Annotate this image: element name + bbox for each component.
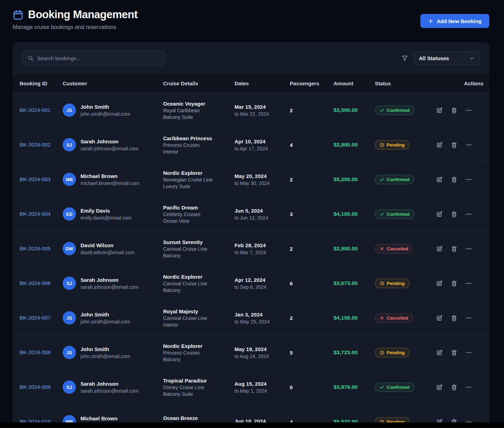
customer-email: emily.davis@email.com xyxy=(80,215,132,221)
edit-button[interactable] xyxy=(436,211,443,217)
table-body: BK-2024-001 JS John Smith john.smith@ema… xyxy=(13,93,489,428)
booking-id-link[interactable]: BK-2024-004 xyxy=(20,211,50,217)
edit-icon xyxy=(436,384,443,391)
more-actions-button[interactable] xyxy=(465,245,472,252)
table-row: BK-2024-005 DW David Wilson david.wilson… xyxy=(13,231,489,266)
date-start: Apr 10, 2024 xyxy=(234,138,290,144)
more-actions-button[interactable] xyxy=(465,107,472,114)
booking-id-link[interactable]: BK-2024-008 xyxy=(20,349,50,355)
date-start: Jun 5, 2024 xyxy=(234,208,290,214)
cabin-type: Interior xyxy=(163,149,234,155)
clock-icon xyxy=(380,143,384,147)
edit-button[interactable] xyxy=(436,176,443,183)
customer-name: David Wilson xyxy=(80,242,134,248)
date-start: Feb 28, 2024 xyxy=(234,242,290,248)
ellipsis-icon xyxy=(465,245,472,252)
booking-amount: $4,158.00 xyxy=(334,315,375,321)
search-input[interactable] xyxy=(37,55,160,61)
customer-email: sarah.johnson@email.com xyxy=(80,284,139,290)
booking-amount: $5,200.00 xyxy=(334,176,375,183)
cruise-ship-name: Nordic Explorer xyxy=(163,274,234,280)
booking-id-link[interactable]: BK-2024-002 xyxy=(20,142,50,148)
edit-icon xyxy=(436,176,443,183)
customer-email: sarah.johnson@email.com xyxy=(80,146,139,151)
filter-icon[interactable] xyxy=(401,55,408,62)
cruise-ship-name: Sunset Serenity xyxy=(163,239,234,245)
booking-amount: $3,979.00 xyxy=(334,384,375,390)
booking-id-link[interactable]: BK-2024-009 xyxy=(20,384,50,390)
avatar: JS xyxy=(63,104,76,117)
trash-icon xyxy=(451,280,457,287)
delete-button[interactable] xyxy=(451,280,457,287)
booking-id-link[interactable]: BK-2024-001 xyxy=(20,107,50,113)
passenger-count: 6 xyxy=(290,384,334,390)
passenger-count: 2 xyxy=(290,107,334,113)
status-badge: Cancelled xyxy=(375,313,413,323)
booking-id-link[interactable]: BK-2024-005 xyxy=(20,245,50,251)
cruise-line: Princess Cruises xyxy=(163,142,234,148)
ellipsis-icon xyxy=(465,211,472,217)
delete-button[interactable] xyxy=(451,315,457,321)
customer-name: Sarah Johnson xyxy=(80,277,139,283)
cruise-ship-name: Oceanic Voyager xyxy=(163,101,234,107)
more-actions-button[interactable] xyxy=(465,384,472,391)
delete-button[interactable] xyxy=(451,176,457,183)
delete-button[interactable] xyxy=(451,384,457,391)
delete-button[interactable] xyxy=(451,107,457,114)
booking-id-link[interactable]: BK-2024-006 xyxy=(20,280,50,286)
trash-icon xyxy=(451,384,457,391)
booking-amount: $3,673.00 xyxy=(334,280,375,286)
more-actions-button[interactable] xyxy=(465,280,472,287)
page-header: Booking Management Manage cruise booking… xyxy=(13,8,138,30)
edit-button[interactable] xyxy=(436,280,443,287)
cruise-ship-name: Pacific Dream xyxy=(163,205,234,211)
table-header-row: Booking ID Customer Cruise Details Dates… xyxy=(13,74,489,93)
edit-button[interactable] xyxy=(436,107,443,114)
cabin-type: Balcony Suite xyxy=(163,391,234,397)
status-label: Cancelled xyxy=(387,315,408,321)
customer-name: John Smith xyxy=(80,312,130,318)
cruise-line: Norwegian Cruise Line xyxy=(163,177,234,183)
cruise-line: Princess Cruises xyxy=(163,350,234,356)
customer-email: david.wilson@email.com xyxy=(80,250,134,255)
add-new-booking-label: Add New Booking xyxy=(437,18,482,24)
status-filter-select[interactable]: All Statuses xyxy=(414,51,479,65)
edit-button[interactable] xyxy=(436,384,443,391)
edit-button[interactable] xyxy=(436,142,443,148)
table-row: BK-2024-002 SJ Sarah Johnson sarah.johns… xyxy=(13,128,489,162)
more-actions-button[interactable] xyxy=(465,315,472,321)
cruise-ship-name: Nordic Explorer xyxy=(163,343,234,349)
edit-icon xyxy=(436,107,443,114)
edit-icon xyxy=(436,315,443,321)
delete-button[interactable] xyxy=(451,349,457,356)
more-actions-button[interactable] xyxy=(465,142,472,148)
table-row: BK-2024-009 SJ Sarah Johnson sarah.johns… xyxy=(13,370,489,405)
ellipsis-icon xyxy=(465,280,472,287)
delete-button[interactable] xyxy=(451,142,457,148)
customer-name: John Smith xyxy=(80,104,130,110)
avatar: SJ xyxy=(63,380,76,394)
cruise-line: Carnival Cruise Line xyxy=(163,246,234,252)
more-actions-button[interactable] xyxy=(465,211,472,217)
date-end: to May 30, 2024 xyxy=(234,180,290,186)
customer-name: Michael Brown xyxy=(80,173,139,179)
edit-button[interactable] xyxy=(436,245,443,252)
more-actions-button[interactable] xyxy=(465,349,472,356)
date-start: Jan 3, 2024 xyxy=(234,312,290,318)
delete-button[interactable] xyxy=(451,245,457,252)
avatar: JS xyxy=(63,346,76,359)
more-actions-button[interactable] xyxy=(465,176,472,183)
add-new-booking-button[interactable]: Add New Booking xyxy=(420,14,489,28)
cabin-type: Balcony Suite xyxy=(163,114,234,120)
edit-button[interactable] xyxy=(436,349,443,356)
table-row: BK-2024-001 JS John Smith john.smith@ema… xyxy=(13,93,489,128)
toolbar: All Statuses xyxy=(13,42,489,74)
passenger-count: 6 xyxy=(290,280,334,286)
booking-id-link[interactable]: BK-2024-007 xyxy=(20,315,50,321)
clock-icon xyxy=(380,281,384,286)
status-badge: Pending xyxy=(375,279,410,288)
edit-button[interactable] xyxy=(436,315,443,321)
delete-button[interactable] xyxy=(451,211,457,217)
edit-icon xyxy=(436,211,443,217)
booking-id-link[interactable]: BK-2024-003 xyxy=(20,176,50,182)
